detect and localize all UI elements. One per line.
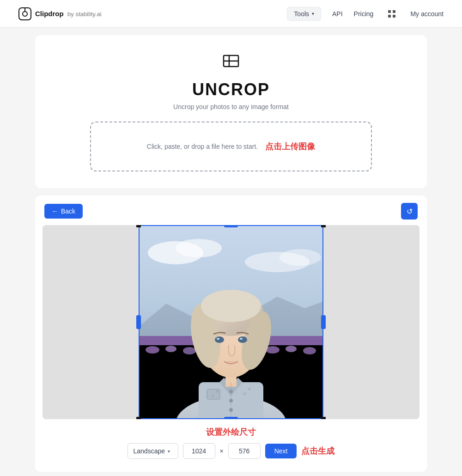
size-settings-label: 设置外绘尺寸 <box>206 427 256 438</box>
chevron-down-icon: ▾ <box>312 11 314 16</box>
size-inputs-row: Landscape ▾ × Next 点击生成 <box>128 443 335 459</box>
api-link[interactable]: API <box>332 10 343 18</box>
canvas-extension-right <box>323 225 419 419</box>
resize-handle-top-left[interactable] <box>136 225 141 227</box>
account-link[interactable]: My account <box>410 10 444 18</box>
svg-point-37 <box>240 338 243 340</box>
svg-point-36 <box>217 338 219 340</box>
format-selected-value: Landscape <box>134 447 165 455</box>
svg-point-44 <box>216 391 219 393</box>
resize-handle-bottom-center[interactable] <box>224 417 238 419</box>
svg-point-43 <box>211 395 214 397</box>
next-button[interactable]: Next <box>265 444 297 458</box>
svg-point-45 <box>243 392 246 395</box>
svg-point-15 <box>280 249 321 266</box>
svg-rect-4 <box>393 10 395 13</box>
svg-point-23 <box>286 346 297 352</box>
resize-handle-middle-right[interactable] <box>321 315 326 329</box>
pricing-link[interactable]: Pricing <box>354 10 374 18</box>
brand-logo: Clipdrop by stability.ai <box>18 7 102 20</box>
header: Clipdrop by stability.ai Tools ▾ API Pri… <box>0 0 462 28</box>
tools-button[interactable]: Tools ▾ <box>287 7 321 21</box>
uncrop-tool-icon <box>220 50 242 72</box>
svg-point-20 <box>165 346 176 352</box>
height-input[interactable] <box>228 443 261 459</box>
svg-point-34 <box>215 336 224 343</box>
resize-handle-bottom-left[interactable] <box>136 417 141 419</box>
svg-point-33 <box>201 290 261 322</box>
canvas-area <box>43 225 419 419</box>
editor-toolbar: ← Back ↺ <box>43 203 419 220</box>
generate-cta[interactable]: 点击生成 <box>301 445 334 457</box>
bottom-controls: 设置外绘尺寸 Landscape ▾ × Next 点击生成 <box>43 427 419 464</box>
grid-icon-button[interactable] <box>384 6 399 21</box>
dropzone-cta[interactable]: 点击上传图像 <box>265 141 315 152</box>
tools-label: Tools <box>294 10 309 18</box>
canvas-extension-left <box>43 225 139 419</box>
svg-point-1 <box>23 12 27 16</box>
format-select[interactable]: Landscape ▾ <box>128 443 178 459</box>
svg-point-13 <box>176 239 222 257</box>
brand-clipdrop: Clipdrop <box>35 10 64 18</box>
header-nav: Tools ▾ API Pricing My account <box>287 6 444 21</box>
grid-icon <box>387 9 396 18</box>
upload-section: UNCROP Uncrop your photos to any image f… <box>35 35 427 188</box>
svg-point-40 <box>229 399 233 403</box>
dimension-separator: × <box>220 447 224 455</box>
brand-by: by stability.ai <box>67 11 101 18</box>
width-input[interactable] <box>183 443 215 459</box>
svg-point-21 <box>183 347 196 354</box>
page-title: UNCROP <box>192 80 270 99</box>
editor-section: ← Back ↺ <box>35 195 427 472</box>
svg-rect-5 <box>388 15 391 18</box>
svg-point-24 <box>303 347 316 354</box>
uncrop-icon <box>220 50 242 76</box>
back-arrow-icon: ← <box>52 207 58 215</box>
resize-handle-top-center[interactable] <box>224 225 238 227</box>
format-chevron-icon: ▾ <box>168 449 170 454</box>
svg-point-19 <box>146 346 159 354</box>
brand-name: Clipdrop by stability.ai <box>35 10 102 18</box>
back-button[interactable]: ← Back <box>44 204 83 219</box>
resize-handle-middle-left[interactable] <box>136 315 141 329</box>
svg-point-41 <box>229 408 233 412</box>
svg-point-46 <box>249 388 251 391</box>
resize-handle-top-right[interactable] <box>321 225 326 227</box>
file-dropzone[interactable]: Click, paste, or drop a file here to sta… <box>90 122 372 171</box>
svg-point-39 <box>229 390 233 393</box>
resize-handle-bottom-right[interactable] <box>321 417 326 419</box>
undo-icon: ↺ <box>407 207 413 216</box>
source-image <box>139 225 323 419</box>
back-label: Back <box>61 207 75 215</box>
dropzone-text: Click, paste, or drop a file here to sta… <box>147 143 258 150</box>
svg-rect-3 <box>388 10 391 13</box>
page-subtitle: Uncrop your photos to any image format <box>173 103 289 110</box>
portrait-svg <box>139 225 323 419</box>
clipdrop-logo-icon <box>18 7 31 20</box>
svg-rect-6 <box>393 15 395 18</box>
undo-button[interactable]: ↺ <box>401 203 418 220</box>
svg-point-35 <box>238 336 247 343</box>
